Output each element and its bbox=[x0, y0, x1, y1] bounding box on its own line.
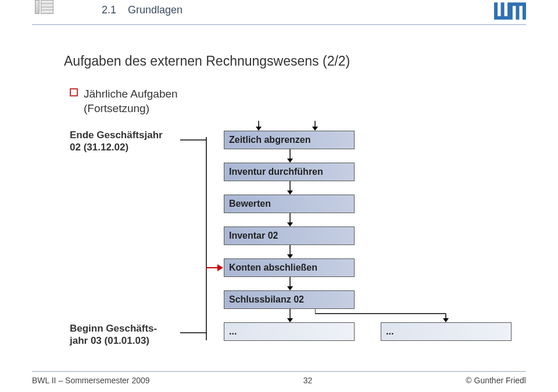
svg-marker-10 bbox=[287, 190, 293, 195]
page-header: 2.1 Grundlagen bbox=[0, 0, 558, 35]
svg-marker-22 bbox=[443, 318, 449, 322]
connector-label1 bbox=[180, 137, 206, 143]
box-ellipsis-right: ... bbox=[381, 322, 512, 341]
bullet-line-2: (Fortsetzung) bbox=[84, 102, 178, 116]
section-number: 2.1 bbox=[102, 4, 116, 16]
footer-right: © Gunther Friedl bbox=[466, 376, 526, 385]
breadcrumb: 2.1 Grundlagen bbox=[102, 4, 183, 16]
bullet-text: Jährliche Aufgaben (Fortsetzung) bbox=[84, 87, 178, 116]
tum-logo-icon bbox=[494, 2, 526, 22]
sidebar-stack-icon bbox=[35, 0, 55, 14]
svg-marker-18 bbox=[287, 318, 293, 322]
footer-left: BWL II – Sommersemester 2009 bbox=[32, 376, 150, 385]
svg-marker-14 bbox=[287, 254, 293, 258]
svg-marker-12 bbox=[287, 222, 293, 226]
arrow-b6-b7 bbox=[286, 309, 294, 323]
connector-spine bbox=[203, 137, 209, 340]
divider-bottom bbox=[32, 371, 526, 372]
arrow-b5-b6 bbox=[286, 277, 294, 291]
square-bullet-icon bbox=[70, 88, 78, 96]
svg-marker-8 bbox=[287, 159, 293, 163]
box-inventur-durchfuehren: Inventur durchführen bbox=[224, 163, 355, 181]
box-schlussbilanz-02: Schlussbilanz 02 bbox=[224, 290, 355, 309]
box-zeitlich-abgrenzen: Zeitlich abgrenzen bbox=[224, 131, 355, 149]
row-label-begin-year-03: Beginn Geschäfts- jahr 03 (01.01.03) bbox=[70, 322, 183, 347]
row-label-end-year-02: Ende Geschäftsjahr 02 (31.12.02) bbox=[70, 129, 183, 154]
arrow-b1-b2 bbox=[286, 149, 294, 163]
arrow-into-b1-left bbox=[255, 121, 263, 131]
arrow-b6-b8 bbox=[315, 309, 455, 323]
page-footer: BWL II – Sommersemester 2009 32 © Gunthe… bbox=[32, 376, 526, 385]
bullet-item: Jährliche Aufgaben (Fortsetzung) bbox=[70, 87, 178, 116]
svg-marker-16 bbox=[287, 286, 293, 290]
footer-page-number: 32 bbox=[303, 376, 313, 385]
box-inventar-02: Inventar 02 bbox=[224, 226, 355, 245]
svg-marker-6 bbox=[312, 127, 318, 131]
divider-top bbox=[32, 24, 526, 25]
svg-marker-24 bbox=[217, 264, 223, 271]
connector-label2 bbox=[180, 330, 206, 336]
arrow-b3-b4 bbox=[286, 213, 294, 227]
box-konten-abschliessen: Konten abschließen bbox=[224, 258, 355, 277]
arrow-b2-b3 bbox=[286, 181, 294, 195]
page-title: Aufgaben des externen Rechnungswesens (2… bbox=[64, 53, 350, 69]
arrow-into-b1-right bbox=[311, 121, 319, 131]
svg-marker-4 bbox=[256, 127, 262, 131]
section-title: Grundlagen bbox=[128, 4, 183, 16]
box-ellipsis-left: ... bbox=[224, 322, 355, 341]
arrow-b4-b5 bbox=[286, 245, 294, 259]
box-bewerten: Bewerten bbox=[224, 195, 355, 213]
bullet-line-1: Jährliche Aufgaben bbox=[84, 87, 178, 102]
red-arrow-icon bbox=[206, 262, 224, 273]
